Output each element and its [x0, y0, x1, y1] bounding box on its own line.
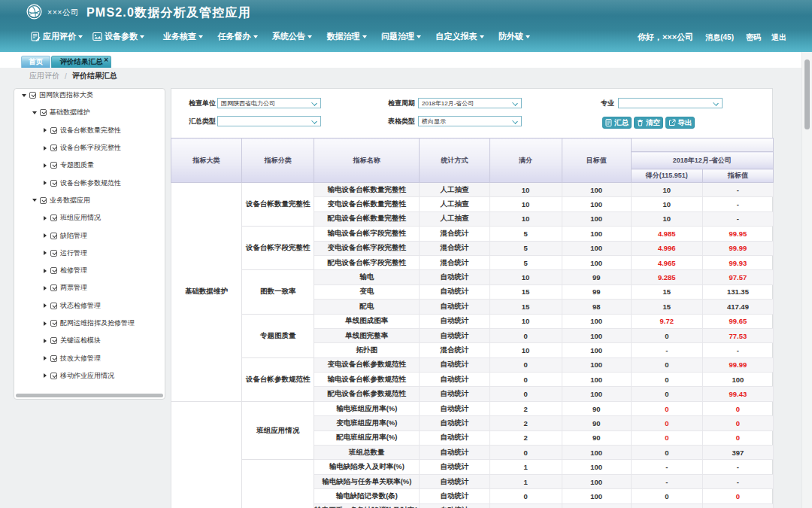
tree-checkbox[interactable] [50, 373, 57, 379]
tree-expand-icon[interactable] [42, 233, 48, 238]
cell-value: 97.57 [702, 270, 773, 284]
tree-item[interactable]: 检修管理 [14, 262, 165, 279]
cell-full-score: 10 [489, 343, 562, 357]
password-link[interactable]: 密码 [746, 32, 761, 43]
check-period-select[interactable]: 2018年12月-省公司 [418, 98, 522, 108]
summary-type-select[interactable] [217, 116, 321, 126]
cell-full-score: 5 [489, 227, 562, 241]
cell-method: 自动统计 [420, 401, 489, 415]
tree-item[interactable]: 业务数据应用 [14, 192, 165, 209]
tree-checkbox[interactable] [50, 284, 57, 291]
cell-value: 99.99 [702, 241, 773, 255]
tree-expand-icon[interactable] [42, 373, 48, 378]
tree-item[interactable]: 运行管理 [14, 245, 165, 262]
messages-link[interactable]: 消息(45) [705, 32, 734, 43]
cell-full-score: 5 [489, 241, 562, 255]
tree-checkbox[interactable] [50, 180, 57, 187]
tree-checkbox[interactable] [50, 233, 57, 239]
tree-collapse-icon[interactable] [32, 111, 38, 114]
tree-item[interactable]: 技改大修管理 [14, 349, 165, 367]
tree-checkbox[interactable] [50, 127, 57, 134]
cell-score: 10 [631, 197, 702, 211]
nav-item-5[interactable]: 数据治理 [327, 31, 367, 42]
table-type-select[interactable]: 横向显示 [418, 116, 522, 126]
tree-expand-icon[interactable] [42, 128, 48, 132]
tree-collapse-icon[interactable] [32, 199, 38, 202]
nav-item-0[interactable]: 应用评价 [31, 31, 83, 42]
export-button[interactable]: 导出 [665, 117, 695, 129]
specialty-select[interactable] [618, 98, 723, 108]
tree-item[interactable]: 配网运维指挥及抢修管理 [14, 315, 165, 332]
tree-expand-icon[interactable] [42, 356, 48, 360]
tree-expand-icon[interactable] [42, 163, 48, 168]
tree-expand-icon[interactable] [42, 303, 48, 308]
tree-expand-icon[interactable] [42, 181, 48, 185]
cell-target: 90 [562, 401, 631, 415]
tree-expand-icon[interactable] [42, 146, 48, 151]
tree-item[interactable]: 缺陷管理 [14, 227, 165, 244]
tree-checkbox[interactable] [50, 337, 57, 344]
tree-item[interactable]: 设备台帐字段完整性 [14, 139, 165, 157]
tree-item[interactable]: 移动作业应用情况 [14, 367, 165, 385]
nav-item-3[interactable]: 任务督办 [218, 31, 258, 42]
tree-checkbox[interactable] [40, 109, 47, 116]
vertical-scrollbar-thumb[interactable] [804, 59, 810, 129]
breadcrumb-parent[interactable]: 应用评价 [29, 71, 59, 81]
tab-evaluation-summary[interactable]: 评价结果汇总 × [51, 56, 111, 68]
tree-horizontal-scrollbar[interactable] [16, 394, 163, 397]
tree-checkbox[interactable] [40, 197, 47, 204]
tree-expand-icon[interactable] [42, 286, 48, 291]
tree-item[interactable]: 班组应用情况 [14, 209, 165, 227]
nav-item-4[interactable]: 系统公告 [272, 31, 312, 42]
cell-value: 77.53 [702, 328, 773, 342]
tree-collapse-icon[interactable] [21, 94, 27, 97]
tree-item[interactable]: 专题图质量 [14, 157, 165, 174]
cell-value: 99.93 [702, 255, 773, 269]
tree-item[interactable]: 两票管理 [14, 279, 165, 297]
main-nav: 应用评价设备参数业务核查任务督办系统公告数据治理问题治理自定义报表防外破 [31, 31, 545, 41]
cell-indicator: 输电班组应用率(%) [314, 401, 420, 415]
company-logo-icon [26, 4, 42, 20]
tree-checkbox[interactable] [50, 267, 57, 274]
tree-checkbox[interactable] [50, 320, 57, 327]
cell-full-score: 10 [489, 183, 562, 197]
tab-home[interactable]: 首页 [21, 56, 50, 68]
tree-checkbox[interactable] [50, 162, 57, 169]
tree-checkbox[interactable] [50, 355, 57, 362]
nav-item-7[interactable]: 自定义报表 [436, 31, 484, 42]
tree-expand-icon[interactable] [42, 269, 48, 273]
tree-item[interactable]: 设备台帐参数规范性 [14, 174, 165, 191]
tree-checkbox[interactable] [50, 250, 57, 257]
cell-indicator: 变电设备台帐数量完整性 [314, 197, 420, 211]
tree-checkbox[interactable] [50, 303, 57, 309]
tree-expand-icon[interactable] [42, 216, 48, 221]
tree-item-label: 设备台帐参数规范性 [60, 178, 121, 188]
clear-button[interactable]: 清空 [634, 117, 663, 129]
tree-checkbox[interactable] [50, 214, 57, 221]
logout-link[interactable]: 退出 [771, 32, 786, 43]
check-unit-select[interactable]: 国网陕西省电力公司 [217, 98, 321, 108]
table-row: 专题图质量单线图成图率自动统计101009.7299.65 [171, 314, 774, 328]
tree-item[interactable]: 关键运检模块 [14, 332, 165, 349]
tree-checkbox[interactable] [29, 92, 36, 99]
cell-method: 混合统计 [420, 343, 489, 357]
nav-item-2[interactable]: 业务核查 [163, 31, 203, 42]
cell-class: 设备台帐字段完整性 [242, 227, 314, 270]
cell-full-score: 0 [489, 489, 562, 503]
summarize-button[interactable]: 汇总 [602, 117, 632, 129]
nav-item-1[interactable]: 设备参数 [92, 31, 144, 42]
tree-item[interactable]: 状态检修管理 [14, 297, 165, 315]
tree-item[interactable]: 设备台帐数量完整性 [14, 122, 165, 139]
nav-item-6[interactable]: 问题治理 [381, 31, 421, 42]
tree-expand-icon[interactable] [42, 339, 48, 343]
close-tab-icon[interactable]: × [104, 56, 108, 64]
cell-target: 100 [562, 373, 631, 387]
cell-full-score: 10 [489, 314, 562, 328]
caret-down-icon [308, 35, 312, 38]
tree-expand-icon[interactable] [42, 321, 48, 326]
tree-checkbox[interactable] [50, 144, 57, 151]
tree-item[interactable]: 国网陕西指标大类 [14, 88, 165, 104]
tree-expand-icon[interactable] [42, 251, 48, 255]
nav-item-8[interactable]: 防外破 [498, 31, 530, 42]
tree-item[interactable]: 基础数据维护 [14, 104, 165, 121]
